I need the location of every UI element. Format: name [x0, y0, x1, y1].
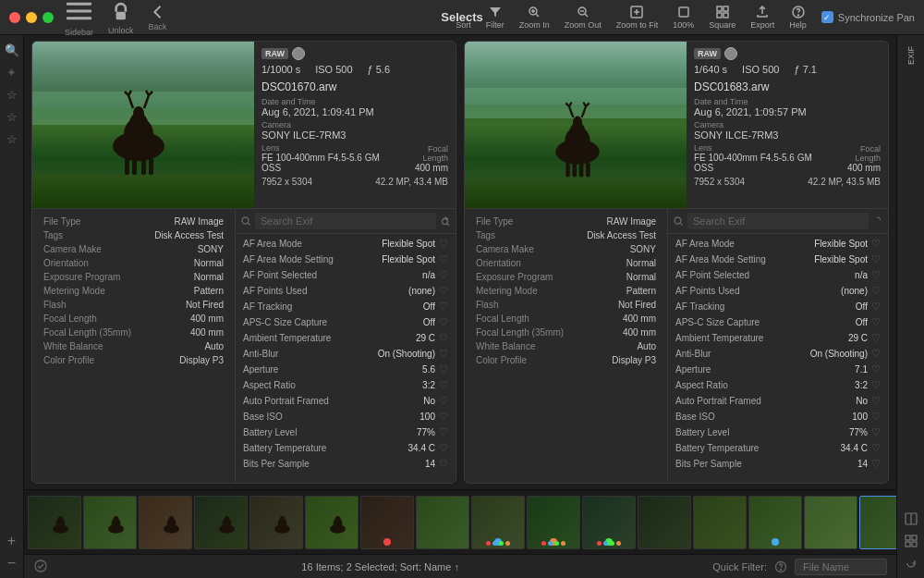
export-button[interactable]: Export — [750, 5, 774, 30]
panel1-search-input[interactable] — [255, 213, 436, 229]
panel2-aperture: ƒ 7.1 — [794, 64, 816, 75]
exif-row: Anti-BlurOn (Shooting)♡ — [236, 346, 456, 362]
panel2-shutter: 1/640 s — [694, 64, 727, 75]
meta-row: Focal Length (35mm)400 mm — [472, 326, 660, 339]
svg-rect-9 — [723, 6, 728, 11]
content: RAW 1/1000 s ISO 500 ƒ 5.6 DSC01670.arw … — [24, 35, 896, 578]
exif-row: AF TrackingOff♡ — [668, 299, 888, 314]
panel1-date: Aug 6, 2021, 1:09:41 PM — [261, 106, 448, 117]
film-thumb[interactable] — [28, 496, 81, 549]
film-thumb[interactable] — [582, 496, 636, 549]
meta-row: Exposure ProgramNormal — [472, 270, 660, 284]
svg-rect-21 — [149, 158, 153, 175]
film-thumb[interactable] — [638, 496, 691, 549]
photo-panel-2: RAW 1/640 s ISO 500 ƒ 7.1 DSC01683.arw D… — [464, 41, 889, 484]
film-thumb[interactable] — [804, 496, 857, 549]
left-sidebar-star4[interactable]: ☆ — [3, 129, 21, 148]
panel1-badges: RAW — [261, 47, 448, 60]
panel2-date-label: Date and Time — [694, 97, 881, 106]
left-sidebar-search[interactable]: 🔍 — [3, 41, 21, 59]
exif-row: APS-C Size CaptureOff♡ — [668, 314, 888, 330]
panel1-exposure: 1/1000 s ISO 500 ƒ 5.6 — [261, 64, 448, 75]
film-thumb[interactable] — [471, 496, 525, 549]
panel2-exif-right: AF Area ModeFlexible Spot♡AF Area Mode S… — [668, 209, 888, 483]
exif-row: AF Point Selectedn/a♡ — [236, 267, 456, 283]
panel2-date: Aug 6, 2021, 1:09:57 PM — [694, 106, 881, 117]
film-thumb[interactable] — [360, 496, 414, 549]
film-thumb[interactable] — [748, 496, 802, 549]
panel1-meta-list: File TypeRAW ImageTagsDisk Access TestCa… — [40, 215, 227, 367]
quick-filter-help-icon[interactable] — [774, 560, 787, 573]
film-thumb[interactable] — [416, 496, 469, 549]
panel2-exif-search[interactable] — [668, 209, 888, 234]
sync-pan[interactable]: ✓ Synchronize Pan — [821, 11, 915, 23]
file-name-filter-input[interactable] — [795, 559, 887, 575]
zoom-fit-button[interactable]: Zoom to Fit — [616, 5, 659, 30]
svg-rect-3 — [116, 12, 126, 20]
meta-row: White BalanceAuto — [472, 339, 660, 353]
panel2-search-input[interactable] — [687, 213, 869, 229]
film-thumb[interactable] — [859, 496, 896, 549]
meta-row: OrientationNormal — [472, 256, 660, 270]
film-thumb[interactable] — [249, 496, 303, 549]
main-area: 🔍 ✦ ☆ ☆ ☆ + − — [0, 35, 924, 578]
film-thumb[interactable] — [194, 496, 248, 549]
panels: RAW 1/1000 s ISO 500 ƒ 5.6 DSC01670.arw … — [24, 35, 896, 489]
traffic-lights — [9, 12, 54, 23]
panel2-camera: SONY ILCE-7RM3 — [694, 129, 881, 141]
help-button[interactable]: Help — [789, 5, 807, 30]
panel1-info: RAW 1/1000 s ISO 500 ƒ 5.6 DSC01670.arw … — [254, 42, 456, 208]
right-sidebar-rotate-icon[interactable] — [902, 554, 920, 572]
filter-button[interactable]: Filter — [486, 5, 505, 30]
meta-row: Focal Length400 mm — [472, 312, 660, 326]
svg-point-31 — [675, 217, 681, 224]
left-sidebar-star2[interactable]: ☆ — [3, 85, 21, 104]
right-sidebar-grid-icon[interactable] — [902, 532, 920, 550]
svg-rect-27 — [565, 163, 570, 177]
left-sidebar-zoom-in[interactable]: + — [3, 532, 21, 550]
svg-point-37 — [113, 516, 118, 523]
film-thumb[interactable] — [305, 496, 359, 549]
meta-row: Exposure ProgramNormal — [40, 270, 227, 284]
left-sidebar-zoom-out[interactable]: − — [3, 554, 21, 572]
exif-row: Auto Portrait FramedNo♡ — [236, 393, 456, 409]
panel2-image[interactable] — [465, 42, 687, 208]
meta-row: TagsDisk Access Test — [40, 228, 227, 242]
sidebar-nav[interactable]: Sidebar — [65, 0, 93, 37]
left-sidebar-star1[interactable]: ✦ — [3, 63, 21, 81]
panel1-raw-badge: RAW — [261, 48, 288, 59]
film-thumb[interactable] — [83, 496, 137, 549]
panel1-image[interactable] — [32, 42, 254, 208]
exif-row: AF Area ModeFlexible Spot♡ — [668, 236, 888, 252]
zoom-100-button[interactable]: 100% — [673, 5, 694, 30]
fullscreen-button[interactable] — [43, 12, 54, 23]
close-button[interactable] — [9, 12, 20, 23]
film-thumb[interactable] — [693, 496, 747, 549]
panel2-top: RAW 1/640 s ISO 500 ƒ 7.1 DSC01683.arw D… — [465, 42, 888, 208]
panel1-camera-label: Camera — [261, 120, 448, 129]
right-sidebar-panel-icon[interactable] — [902, 510, 920, 528]
exif-row: Aperture7.1♡ — [668, 362, 888, 377]
exif-row: Aspect Ratio3:2♡ — [236, 377, 456, 393]
panel2-lens-label: Lens — [694, 143, 833, 153]
svg-rect-20 — [141, 158, 146, 175]
left-sidebar-star3[interactable]: ☆ — [3, 107, 21, 126]
sync-pan-checkbox[interactable]: ✓ — [821, 11, 833, 23]
film-thumb[interactable] — [139, 496, 192, 549]
minimize-button[interactable] — [26, 12, 37, 23]
back-nav[interactable]: Back — [149, 3, 167, 31]
panel2-exif-list: AF Area ModeFlexible Spot♡AF Area Mode S… — [668, 234, 888, 483]
unlock-nav[interactable]: Unlock — [108, 0, 134, 35]
panel1-exif-right: AF Area ModeFlexible Spot♡AF Area Mode S… — [236, 209, 456, 483]
zoom-out-button[interactable]: Zoom Out — [565, 5, 602, 30]
panel1-exif-search[interactable] — [236, 209, 456, 234]
svg-rect-7 — [679, 7, 688, 17]
exif-row: Auto Portrait FramedNo♡ — [668, 393, 888, 409]
panel2-lens: FE 100-400mm F4.5-5.6 GM OSS — [694, 153, 833, 173]
zoom-in-button[interactable]: Zoom In — [519, 5, 550, 30]
statusbar: 16 Items; 2 Selected; Sort: Name ↑ Quick… — [24, 554, 896, 578]
meta-row: FlashNot Fired — [472, 298, 660, 312]
svg-point-50 — [35, 560, 46, 572]
film-thumb[interactable] — [527, 496, 580, 549]
square-button[interactable]: Square — [709, 5, 736, 30]
